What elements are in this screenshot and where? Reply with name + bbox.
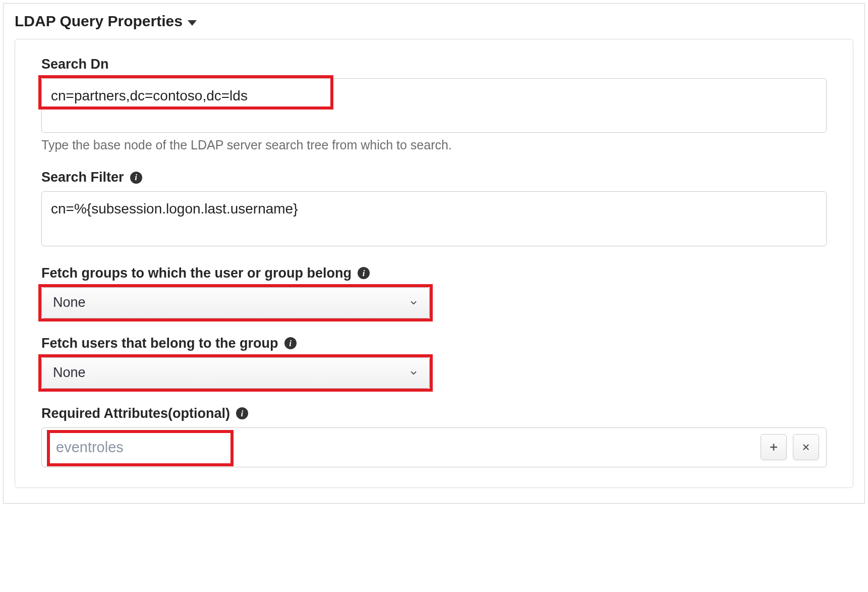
required-attributes-field: Required Attributes(optional) i: [41, 406, 827, 467]
chevron-down-icon: [409, 368, 418, 378]
search-filter-input[interactable]: [41, 191, 827, 246]
search-dn-help: Type the base node of the LDAP server se…: [41, 138, 827, 152]
fetch-users-select[interactable]: None: [41, 357, 430, 389]
section-header[interactable]: LDAP Query Properties: [15, 13, 853, 30]
fetch-groups-label: Fetch groups to which the user or group …: [41, 265, 352, 281]
info-icon[interactable]: i: [284, 337, 297, 349]
caret-down-icon: [188, 20, 197, 26]
info-icon[interactable]: i: [130, 172, 142, 184]
ldap-query-properties-panel: LDAP Query Properties Search Dn Type the…: [3, 3, 865, 504]
search-filter-label: Search Filter: [41, 170, 124, 185]
remove-attribute-button[interactable]: [793, 434, 819, 460]
section-title: LDAP Query Properties: [15, 13, 183, 30]
fetch-groups-value: None: [53, 295, 86, 310]
fetch-users-value: None: [53, 365, 86, 381]
info-icon[interactable]: i: [236, 407, 248, 419]
search-dn-input[interactable]: [41, 78, 827, 133]
add-attribute-button[interactable]: [761, 434, 787, 460]
required-attributes-box: [41, 427, 827, 467]
fetch-users-label: Fetch users that belong to the group: [41, 336, 278, 351]
info-icon[interactable]: i: [358, 267, 370, 279]
properties-body: Search Dn Type the base node of the LDAP…: [15, 39, 853, 488]
search-filter-field: Search Filter i: [41, 170, 827, 248]
required-attributes-label: Required Attributes(optional): [41, 406, 230, 421]
chevron-down-icon: [409, 298, 418, 307]
search-dn-label: Search Dn: [41, 57, 109, 72]
fetch-users-field: Fetch users that belong to the group i N…: [41, 336, 827, 389]
search-dn-field: Search Dn Type the base node of the LDAP…: [41, 57, 827, 152]
required-attributes-input[interactable]: [49, 434, 755, 461]
fetch-groups-select[interactable]: None: [41, 287, 430, 318]
fetch-groups-field: Fetch groups to which the user or group …: [41, 265, 827, 318]
